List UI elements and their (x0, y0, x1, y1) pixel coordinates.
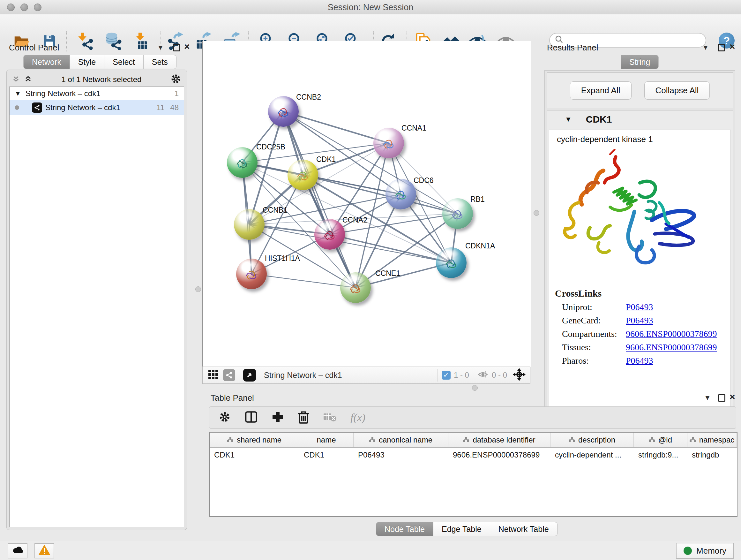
selected-checkbox-icon[interactable]: ✓ (442, 371, 451, 380)
cloud-button[interactable] (8, 543, 27, 558)
crosslink-link[interactable]: P06493 (626, 315, 653, 326)
node-HIST1H1A[interactable] (236, 259, 267, 289)
results-panel-title: Results Panel (547, 43, 598, 53)
column-header-description[interactable]: description (550, 433, 634, 447)
detach-view-icon[interactable] (243, 369, 256, 381)
network-collection-row[interactable]: ▼ String Network – cdk1 1 (10, 87, 184, 100)
network-row[interactable]: String Network – cdk1 11 48 (10, 100, 184, 115)
birds-eye-toggle-icon[interactable] (513, 368, 526, 382)
node-label-CCNB2: CCNB2 (296, 93, 321, 102)
tab-select[interactable]: Select (105, 55, 143, 69)
expand-all-button[interactable]: Expand All (570, 81, 631, 100)
crosslink-label: Tissues: (562, 342, 626, 353)
float-panel-icon[interactable] (718, 44, 725, 51)
bottom-splitter-handle[interactable] (472, 385, 478, 391)
crosslink-link[interactable]: P06493 (626, 356, 653, 366)
close-panel-icon[interactable]: × (184, 44, 190, 50)
show-columns-icon[interactable] (245, 410, 258, 425)
collection-expand-icon[interactable]: ▼ (15, 90, 21, 98)
crosslink-link[interactable]: 9606.ENSP00000378699 (626, 329, 717, 339)
panel-menu-icon[interactable]: ▼ (157, 44, 164, 52)
close-panel-icon[interactable]: × (730, 394, 735, 400)
network-share-icon[interactable] (223, 369, 235, 381)
table-header-row: shared namenamecanonical namedatabase id… (210, 433, 737, 448)
title-bar: Session: New Session (0, 0, 741, 15)
main-toolbar: ? (0, 14, 741, 40)
column-label: namespac (699, 435, 735, 444)
tab-string[interactable]: String (621, 55, 659, 69)
column-label: name (317, 435, 336, 444)
column-label: shared name (237, 435, 281, 444)
node-CDC25B[interactable] (227, 147, 258, 178)
node-label-CDK1: CDK1 (316, 155, 336, 164)
crosslink-label: GeneCard: (562, 315, 626, 326)
edge-CDK1-CDKN1A[interactable] (303, 175, 451, 263)
node-CCNB1[interactable] (234, 209, 265, 240)
gear-icon[interactable] (218, 411, 231, 425)
column-header-canonical-name[interactable]: canonical name (354, 433, 448, 447)
tab-edge-table[interactable]: Edge Table (433, 522, 490, 536)
delete-column-icon[interactable] (297, 410, 310, 425)
gene-symbol: CDK1 (586, 114, 612, 125)
tab-sets[interactable]: Sets (144, 55, 177, 69)
panel-menu-icon[interactable]: ▼ (702, 44, 709, 52)
node-CDKN1A[interactable] (436, 247, 467, 278)
grid-view-icon[interactable] (208, 369, 219, 381)
column-header-namespac[interactable]: namespac (687, 433, 737, 447)
node-CCNE1[interactable] (340, 272, 371, 303)
network-canvas[interactable]: CCNB2CCNA1CDC25BCDK1CDC6RB1CCNB1CCNA2CDK… (202, 41, 531, 367)
table-cell[interactable]: CDK1 (299, 450, 354, 459)
column-header-shared-name[interactable]: shared name (210, 433, 299, 447)
float-panel-icon[interactable] (718, 394, 725, 401)
node-label-CCNE1: CCNE1 (375, 269, 400, 278)
node-label-RB1: RB1 (470, 195, 485, 204)
table-cell[interactable]: stringdb:9... (634, 450, 687, 459)
tab-network[interactable]: Network (23, 55, 70, 69)
add-column-icon[interactable] (271, 411, 284, 425)
close-panel-icon[interactable]: × (730, 44, 735, 50)
network-list: ▼ String Network – cdk1 1 String Network… (9, 86, 184, 527)
edge-HIST1H1A-CCNE1[interactable] (252, 274, 355, 288)
tab-network-table[interactable]: Network Table (490, 522, 557, 536)
table-cell[interactable]: P06493 (354, 450, 448, 459)
right-splitter-handle[interactable] (534, 210, 539, 216)
edge-CCNB2-CCNA1[interactable] (283, 111, 389, 143)
tab-style[interactable]: Style (70, 55, 105, 69)
column-header-database-identifier[interactable]: database identifier (448, 433, 550, 447)
table-row[interactable]: CDK1CDK1P064939606.ENSP00000378699cyclin… (210, 448, 737, 462)
crosslink-row: Uniprot:P06493 (562, 302, 731, 312)
collapse-all-icon[interactable] (11, 74, 21, 85)
memory-button[interactable]: Memory (676, 543, 734, 559)
hidden-eye-slash-icon[interactable] (477, 370, 488, 381)
node-CCNA2[interactable] (314, 219, 345, 250)
node-CCNA1[interactable] (374, 128, 404, 159)
collapse-all-button[interactable]: Collapse All (644, 81, 710, 100)
column-header-name[interactable]: name (299, 433, 354, 447)
table-cell[interactable]: stringdb (687, 450, 737, 459)
tab-node-table[interactable]: Node Table (376, 522, 433, 536)
left-splitter-handle[interactable] (195, 287, 201, 292)
node-CCNB2[interactable] (268, 96, 299, 127)
network-view-title: String Network – cdk1 (264, 371, 342, 380)
expand-all-icon[interactable] (23, 74, 33, 85)
table-cell[interactable]: 9606.ENSP00000378699 (448, 450, 550, 459)
table-cell[interactable]: CDK1 (210, 450, 299, 459)
crosslink-link[interactable]: P06493 (626, 302, 653, 312)
hidden-counter: 0 - 0 (492, 371, 507, 380)
column-type-icon (690, 435, 696, 444)
column-header--id[interactable]: @id (634, 433, 687, 447)
warnings-button[interactable] (35, 543, 54, 558)
table-cell[interactable]: cyclin-dependent ... (550, 450, 634, 459)
crosslink-link[interactable]: 9606.ENSP00000378699 (626, 342, 717, 353)
node-CDK1[interactable] (287, 160, 318, 190)
column-type-icon (569, 435, 575, 444)
node-label-CCNB1: CCNB1 (263, 206, 287, 214)
float-panel-icon[interactable] (173, 44, 180, 51)
node-RB1[interactable] (442, 198, 473, 229)
panel-menu-icon[interactable]: ▼ (704, 394, 711, 402)
gene-collapse-icon[interactable]: ▼ (565, 115, 572, 124)
node-CDC6[interactable] (386, 179, 416, 209)
table-body: CDK1CDK1P064939606.ENSP00000378699cyclin… (210, 448, 737, 462)
network-selection-bar: 1 of 1 Network selected (7, 72, 187, 86)
gear-icon[interactable] (170, 73, 182, 86)
